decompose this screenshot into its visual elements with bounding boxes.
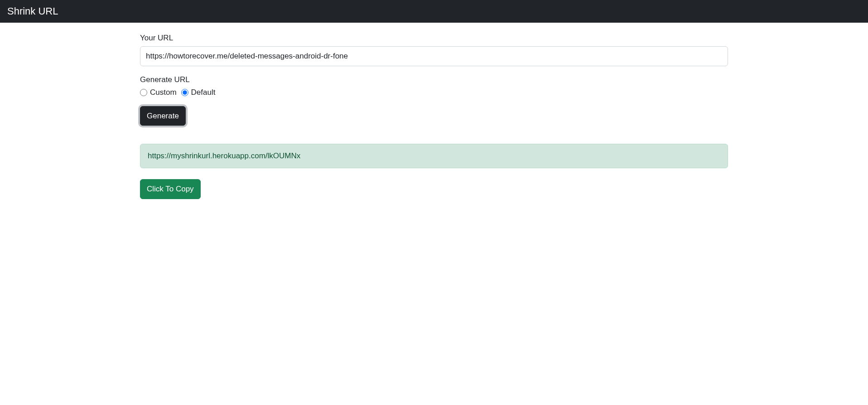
navbar: Shrink URL [0,0,868,23]
radio-custom[interactable] [140,89,147,96]
radio-custom-label[interactable]: Custom [150,88,177,97]
copy-button[interactable]: Click To Copy [140,179,201,199]
radio-default[interactable] [181,89,188,96]
url-input[interactable] [140,46,728,66]
result-alert: https://myshrinkurl.herokuapp.com/lkOUMN… [140,144,728,168]
generate-button[interactable]: Generate [140,106,186,126]
main-container: Your URL Generate URL Custom Default Gen… [133,23,735,199]
url-field-group: Your URL [140,34,728,66]
generate-url-label: Generate URL [140,75,728,84]
short-url-text: https://myshrinkurl.herokuapp.com/lkOUMN… [148,151,300,160]
url-label: Your URL [140,34,728,43]
generate-url-group: Generate URL Custom Default [140,75,728,97]
radio-default-label[interactable]: Default [191,88,216,97]
generate-button-wrapper: Generate [140,106,728,126]
radio-group: Custom Default [140,88,728,97]
navbar-brand[interactable]: Shrink URL [7,5,58,17]
